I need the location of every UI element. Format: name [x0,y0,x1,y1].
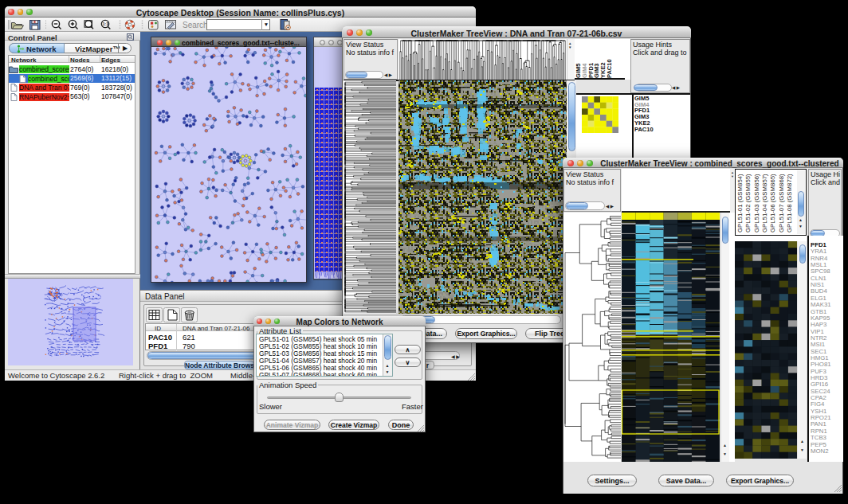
svg-text:GPL51-04 (GSM857): GPL51-04 (GSM857) [761,174,768,232]
svg-text:GPL51-02 (GSM855): GPL51-02 (GSM855) [744,174,752,232]
svg-text:1:1: 1:1 [103,21,108,26]
svg-text:PAC10: PAC10 [606,59,613,78]
svg-text:GPL51-06 (GSM865): GPL51-06 (GSM865) [769,174,776,232]
svg-text:GPL51-08 (GSM872): GPL51-08 (GSM872) [786,174,793,232]
svg-text:GPL51-01 (GSM854): GPL51-01 (GSM854) [736,174,744,232]
svg-text:GPL51-03 (GSM856): GPL51-03 (GSM856) [753,174,760,232]
svg-text:GPL51-07 (GSM868): GPL51-07 (GSM868) [778,174,785,232]
